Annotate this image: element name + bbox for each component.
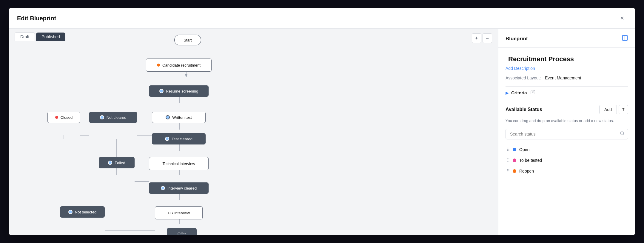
- status-item-reopen[interactable]: ⠿ Reopen: [506, 166, 628, 176]
- node-failed[interactable]: Failed: [99, 157, 135, 168]
- layout-row: Associated Layout: Event Management: [506, 76, 628, 80]
- status-name-open: Open: [519, 147, 529, 152]
- criteria-row: ▶ Criteria: [506, 86, 628, 99]
- panel-header: Blueprint: [498, 29, 635, 48]
- node-candidate[interactable]: Candidate recruitment: [146, 59, 212, 72]
- modal: Edit Blueprint × Draft Published + −: [9, 8, 635, 235]
- modal-body: Draft Published + −: [9, 29, 635, 235]
- panel-body: Add Description Associated Layout: Event…: [498, 48, 635, 235]
- node-interview-cleared[interactable]: Interview cleared: [149, 182, 209, 194]
- node-start[interactable]: Start: [174, 35, 201, 45]
- node-offer[interactable]: Offer: [167, 228, 197, 235]
- zoom-controls: + −: [472, 33, 492, 43]
- layout-label: Associated Layout:: [506, 76, 541, 80]
- tab-draft[interactable]: Draft: [15, 32, 35, 41]
- header-buttons: Add ?: [599, 105, 628, 114]
- status-name-to-be-tested: To be tested: [519, 158, 542, 163]
- add-description-button[interactable]: Add Description: [506, 66, 535, 71]
- tabs-bar: Draft Published: [9, 29, 498, 41]
- diagram-area: Draft Published + −: [9, 29, 498, 235]
- search-icon: [620, 131, 625, 137]
- help-button[interactable]: ?: [619, 105, 628, 114]
- close-button[interactable]: ×: [617, 13, 627, 23]
- node-technical-interview[interactable]: Technical interview: [149, 157, 209, 170]
- search-input[interactable]: [506, 129, 628, 139]
- drag-handle-reopen[interactable]: ⠿: [507, 169, 510, 173]
- status-name-reopen: Reopen: [519, 169, 534, 173]
- node-hr-interview[interactable]: HR interview: [155, 206, 203, 219]
- criteria-label: Criteria: [511, 90, 527, 95]
- right-panel: Blueprint Add Description Associated Lay…: [498, 29, 635, 235]
- search-box: [506, 129, 628, 139]
- zoom-in-button[interactable]: +: [472, 33, 481, 43]
- criteria-edit-button[interactable]: [531, 90, 535, 95]
- node-test-cleared[interactable]: Test cleared: [152, 133, 206, 144]
- available-status-header: Available Status Add ?: [506, 105, 628, 114]
- panel-title: Blueprint: [506, 36, 528, 42]
- modal-header: Edit Blueprint ×: [9, 8, 635, 29]
- drag-handle-open[interactable]: ⠿: [507, 147, 510, 152]
- node-resume[interactable]: Resume screening: [149, 85, 209, 97]
- drag-handle-to-be-tested[interactable]: ⠿: [507, 158, 510, 163]
- status-dot-to-be-tested: [513, 159, 516, 162]
- panel-icon-button[interactable]: [622, 35, 628, 43]
- add-status-button[interactable]: Add: [599, 105, 617, 114]
- status-item-to-be-tested[interactable]: ⠿ To be tested: [506, 155, 628, 166]
- tab-published[interactable]: Published: [36, 33, 65, 41]
- node-closed[interactable]: Closed: [47, 112, 80, 123]
- modal-overlay: Edit Blueprint × Draft Published + −: [0, 0, 644, 243]
- status-item-open[interactable]: ⠿ Open: [506, 144, 628, 155]
- svg-rect-15: [623, 36, 628, 41]
- blueprint-name-input[interactable]: [506, 54, 628, 64]
- zoom-out-button[interactable]: −: [483, 33, 492, 43]
- criteria-chevron-icon: ▶: [506, 90, 509, 95]
- layout-value: Event Management: [545, 76, 581, 80]
- status-list: ⠿ Open ⠿ To be tested ⠿ Reopen: [506, 144, 628, 176]
- available-status-title: Available Status: [506, 107, 542, 112]
- status-dot-reopen: [513, 169, 516, 173]
- status-dot-open: [513, 148, 516, 151]
- node-not-selected[interactable]: Not selected: [60, 206, 105, 218]
- modal-title: Edit Blueprint: [17, 15, 56, 22]
- drag-info: You can drag and drop an available statu…: [506, 118, 628, 124]
- node-not-cleared[interactable]: Not cleared: [89, 112, 137, 123]
- node-written-test[interactable]: Written test: [152, 112, 206, 123]
- svg-line-18: [623, 134, 624, 135]
